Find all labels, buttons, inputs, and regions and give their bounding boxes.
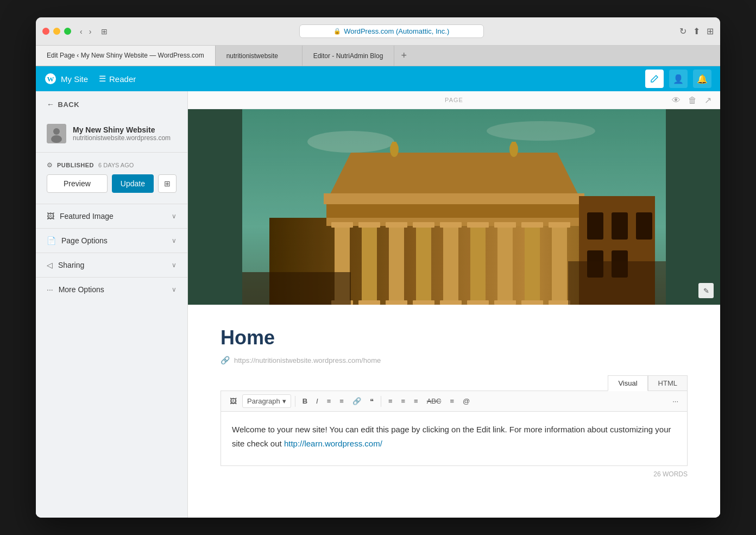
section-left: ··· More Options (47, 285, 104, 294)
chevron-down-icon: ∨ (172, 212, 177, 220)
page-options-label: Page Options (61, 236, 108, 245)
html-tab[interactable]: HTML (648, 375, 688, 391)
italic-button[interactable]: I (313, 395, 322, 407)
paragraph-dropdown[interactable]: Paragraph ▾ (242, 394, 291, 408)
refresh-button[interactable]: ↻ (679, 26, 686, 36)
sharing-label: Sharing (58, 261, 84, 269)
media-button[interactable]: 🖼 (226, 395, 240, 407)
edit-image-button[interactable]: ✎ (698, 283, 714, 298)
close-button[interactable] (42, 28, 49, 35)
svg-point-4 (51, 135, 62, 143)
title-bar-right: ↻ ⬆ ⊞ (679, 26, 714, 36)
sidebar-more-options: ··· More Options ∨ (36, 277, 187, 301)
share-button[interactable]: ⬆ (693, 26, 700, 36)
page-options-header[interactable]: 📄 Page Options ∨ (36, 229, 187, 253)
ordered-list-button[interactable]: ≡ (336, 395, 347, 407)
traffic-lights (42, 28, 71, 35)
title-bar: ‹ › ⊞ 🔒 WordPress.com (Automattic, Inc.)… (36, 17, 720, 46)
featured-image-container: ✎ (188, 109, 720, 305)
preview-button[interactable]: Preview (47, 174, 108, 193)
link-button[interactable]: 🔗 (349, 395, 364, 407)
tab-editor[interactable]: Editor - NutriAdmin Blog (303, 46, 395, 66)
maximize-button[interactable] (64, 28, 71, 35)
wp-admin-bar: W My Site ☰ Reader 👤 🔔 (36, 66, 720, 91)
page-url: https://nutritionistwebsite.wordpress.co… (234, 356, 381, 364)
editor-body[interactable]: Welcome to your new site! You can edit t… (220, 412, 688, 466)
address-bar: 🔒 WordPress.com (Automattic, Inc.) (110, 24, 673, 38)
bold-button[interactable]: B (299, 395, 311, 407)
chevron-down-icon: ∨ (172, 237, 177, 244)
align-center-button[interactable]: ≡ (398, 395, 409, 407)
quote-button[interactable]: ❝ (367, 395, 377, 407)
address-content[interactable]: 🔒 WordPress.com (Automattic, Inc.) (299, 24, 484, 38)
section-left: 📄 Page Options (47, 236, 108, 245)
page-label-bar: PAGE 👁 🗑 ↗ (188, 91, 720, 109)
back-label: BACK (58, 100, 80, 109)
image-icon: 🖼 (47, 212, 54, 221)
align-right-button[interactable]: ≡ (411, 395, 421, 407)
sharing-header[interactable]: ◁ Sharing ∨ (36, 253, 187, 277)
profile-button[interactable]: 👤 (669, 70, 688, 88)
more-options-header[interactable]: ··· More Options ∨ (36, 278, 187, 301)
more-icon: ··· (47, 285, 53, 294)
indent-button[interactable]: ≡ (446, 395, 457, 407)
at-mention-button[interactable]: @ (459, 395, 473, 407)
new-tab-button[interactable]: + (394, 46, 413, 66)
external-link-button[interactable]: ↗ (704, 95, 711, 105)
pencil-icon (650, 74, 659, 83)
section-left: ◁ Sharing (47, 261, 84, 269)
update-button[interactable]: Update (112, 174, 154, 193)
content-area: PAGE 👁 🗑 ↗ (188, 91, 720, 518)
delete-page-button[interactable]: 🗑 (688, 95, 697, 105)
svg-point-3 (53, 128, 60, 135)
visual-tab[interactable]: Visual (608, 375, 647, 391)
align-left-button[interactable]: ≡ (385, 395, 396, 407)
back-arrow-icon: ← (47, 100, 55, 109)
more-toolbar-button[interactable]: ··· (669, 395, 682, 407)
nav-arrows: ‹ › (78, 26, 93, 37)
admin-bar-right: 👤 🔔 (645, 70, 711, 88)
svg-rect-52 (242, 109, 666, 305)
lock-icon: 🔒 (333, 28, 341, 35)
tab-nutritionist[interactable]: nutritionistwebsite (216, 46, 303, 66)
editor-tabs: Visual HTML (220, 375, 688, 391)
sharing-icon: ◁ (47, 261, 53, 269)
learn-link[interactable]: http://learn.wordpress.com/ (284, 439, 382, 448)
chevron-down-icon: ∨ (172, 286, 177, 293)
minimize-button[interactable] (53, 28, 60, 35)
wp-logo[interactable]: W My Site (45, 73, 88, 85)
dropdown-arrow: ▾ (282, 397, 286, 405)
action-buttons: Preview Update ⊞ (36, 174, 187, 204)
chevron-down-icon: ∨ (172, 261, 177, 269)
more-options-label: More Options (59, 285, 104, 294)
separator (381, 396, 381, 407)
site-name: My New Shiny Website (73, 125, 171, 134)
reader-nav[interactable]: ☰ Reader (99, 74, 136, 84)
view-page-button[interactable]: 👁 (672, 95, 681, 105)
svg-text:W: W (47, 75, 54, 83)
edit-page-button[interactable] (645, 70, 664, 88)
status-time: 6 DAYS AGO (98, 162, 134, 168)
site-url: nutritionistwebsite.wordpress.com (73, 134, 171, 142)
reader-view-button[interactable]: ⊞ (99, 26, 110, 37)
word-count: 26 WORDS (220, 466, 688, 482)
page-actions: 👁 🗑 ↗ (672, 95, 711, 105)
page-icon: 📄 (47, 236, 56, 245)
forward-nav-button[interactable]: › (87, 26, 94, 37)
settings-icon-button[interactable]: ⊞ (158, 174, 177, 193)
browser-window: ‹ › ⊞ 🔒 WordPress.com (Automattic, Inc.)… (36, 17, 720, 518)
featured-image-header[interactable]: 🖼 Featured Image ∨ (36, 204, 187, 228)
strikethrough-button[interactable]: ABC (424, 395, 445, 407)
building-image (188, 109, 720, 305)
site-avatar (47, 124, 66, 143)
back-nav-button[interactable]: ‹ (78, 26, 85, 37)
status-published: PUBLISHED (57, 162, 94, 168)
wordpress-icon: W (45, 73, 56, 85)
fullscreen-button[interactable]: ⊞ (707, 26, 714, 36)
notifications-button[interactable]: 🔔 (693, 70, 711, 88)
tab-edit-page[interactable]: Edit Page ‹ My New Shiny Website — WordP… (36, 46, 216, 66)
gear-icon: ⚙ (47, 161, 53, 169)
back-button[interactable]: ← BACK (36, 91, 90, 117)
sidebar-sharing: ◁ Sharing ∨ (36, 253, 187, 277)
unordered-list-button[interactable]: ≡ (324, 395, 335, 407)
